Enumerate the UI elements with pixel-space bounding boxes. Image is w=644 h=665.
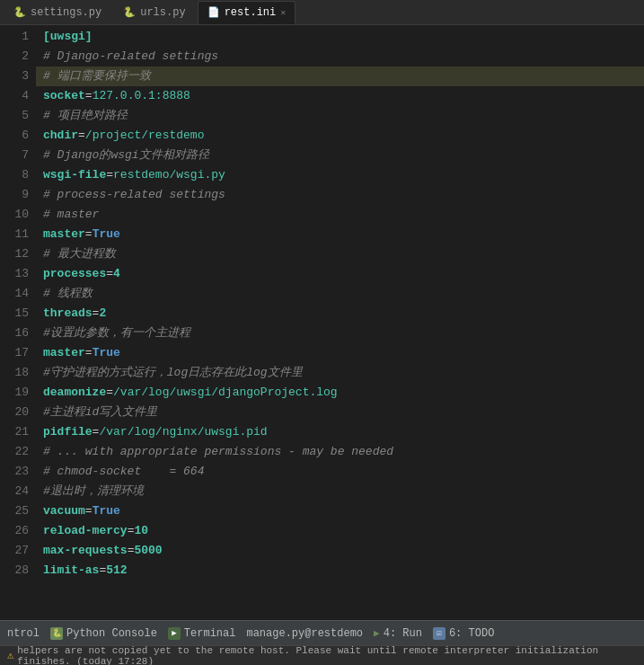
line-number-12: 12	[7, 244, 29, 264]
line-number-19: 19	[7, 383, 29, 403]
code-line-16: #设置此参数，有一个主进程	[36, 324, 644, 343]
val-token: /var/log/uwsgi/djangoProject.log	[113, 383, 338, 403]
val-token: True	[93, 225, 120, 244]
line-number-14: 14	[7, 284, 29, 304]
line-number-6: 6	[7, 126, 29, 146]
eq-token: =	[106, 264, 113, 284]
code-lines[interactable]: [uwsgi]# Django-related settings# 端口需要保持…	[36, 25, 644, 620]
code-line-22: # ... with appropriate permissions - may…	[36, 442, 644, 462]
status-bar: ⚠ helpers are not copied yet to the remo…	[0, 645, 644, 665]
code-line-27: max-requests = 5000	[36, 541, 644, 561]
tab-bar: 🐍 settings.py 🐍 urls.py 📄 rest.ini ✕	[0, 0, 644, 25]
run-icon: ▶	[374, 627, 380, 639]
val-token: /var/log/nginx/uwsgi.pid	[99, 422, 267, 442]
rest-ini-icon: 📄	[207, 6, 220, 18]
code-line-19: deamonize=/var/log/uwsgi/djangoProject.l…	[36, 383, 644, 403]
run-item[interactable]: ▶ 4: Run	[374, 627, 422, 640]
todo-label: 6: TODO	[449, 627, 494, 640]
line-number-28: 28	[7, 561, 29, 581]
val-token: /project/restdemo	[85, 126, 205, 146]
manage-item[interactable]: manage.py@restdemo	[246, 627, 363, 640]
tab-urls-py[interactable]: 🐍 urls.py	[113, 1, 195, 24]
code-line-23: # chmod-socket = 664	[36, 462, 644, 482]
python-console-item[interactable]: 🐍 Python Console	[50, 627, 157, 640]
val-token: 512	[106, 561, 127, 581]
eq-token: =	[93, 304, 100, 324]
code-line-14: # 线程数	[36, 284, 644, 304]
line-number-10: 10	[7, 205, 29, 225]
line-number-13: 13	[7, 264, 29, 284]
comment-token: #主进程id写入文件里	[43, 403, 157, 422]
line-number-9: 9	[7, 185, 29, 205]
key-token: chdir	[43, 126, 78, 146]
line-number-21: 21	[7, 422, 29, 442]
tab-rest-ini-label: rest.ini	[225, 6, 277, 19]
control-item[interactable]: ntrol	[7, 627, 40, 640]
key-token: deamonize	[43, 383, 106, 403]
comment-token: # process-related settings	[43, 185, 225, 205]
code-line-26: reload-mercy = 10	[36, 521, 644, 541]
line-number-15: 15	[7, 304, 29, 324]
status-message: helpers are not copied yet to the remote…	[17, 645, 637, 666]
key-token: reload-mercy	[43, 521, 128, 541]
line-number-20: 20	[7, 403, 29, 422]
code-line-13: processes = 4	[36, 264, 644, 284]
key-token: master	[43, 343, 85, 363]
comment-token: # Django-related settings	[43, 47, 218, 66]
code-line-10: # master	[36, 205, 644, 225]
line-number-17: 17	[7, 343, 29, 363]
comment-token: #退出时，清理环境	[43, 482, 144, 501]
eq-token: =	[85, 225, 93, 244]
code-line-18: #守护进程的方式运行，log日志存在此log文件里	[36, 363, 644, 383]
code-line-17: master=True	[36, 343, 644, 363]
todo-item[interactable]: ☑ 6: TODO	[433, 627, 494, 640]
warning-icon: ⚠	[7, 649, 13, 662]
tab-rest-ini[interactable]: 📄 rest.ini ✕	[198, 1, 296, 24]
eq-token: =	[128, 521, 135, 541]
key-token: threads	[43, 304, 93, 324]
manage-label: manage.py@restdemo	[246, 627, 363, 640]
val-token: 5000	[134, 541, 162, 561]
run-label: 4: Run	[384, 627, 422, 640]
code-line-20: #主进程id写入文件里	[36, 403, 644, 422]
eq-token: =	[78, 126, 85, 146]
line-numbers: 1234567891011121314151617181920212223242…	[0, 25, 36, 620]
close-rest-ini-button[interactable]: ✕	[280, 7, 286, 18]
control-label: ntrol	[7, 627, 40, 640]
line-number-5: 5	[7, 106, 29, 126]
code-line-3: # 端口需要保持一致	[36, 66, 644, 86]
code-line-21: pidfile= /var/log/nginx/uwsgi.pid	[36, 422, 644, 442]
code-line-7: # Django的wsgi文件相对路径	[36, 146, 644, 165]
tab-settings-py[interactable]: 🐍 settings.py	[4, 1, 111, 24]
comment-token: # 线程数	[43, 284, 93, 304]
terminal-icon: ▶	[168, 627, 181, 640]
key-token: socket	[43, 86, 85, 106]
code-line-8: wsgi-file = restdemo/wsgi.py	[36, 165, 644, 185]
terminal-label: Terminal	[184, 627, 236, 640]
code-line-12: # 最大进程数	[36, 244, 644, 264]
val-token: 2	[99, 304, 106, 324]
key-token: vacuum	[43, 501, 85, 521]
val-token: restdemo/wsgi.py	[113, 165, 225, 185]
code-line-9: # process-related settings	[36, 185, 644, 205]
line-number-22: 22	[7, 442, 29, 462]
comment-token: # ... with appropriate permissions - may…	[43, 442, 393, 462]
code-line-6: chdir = /project/restdemo	[36, 126, 644, 146]
code-line-11: master = True	[36, 225, 644, 244]
terminal-item[interactable]: ▶ Terminal	[168, 627, 236, 640]
code-line-2: # Django-related settings	[36, 47, 644, 66]
line-number-23: 23	[7, 462, 29, 482]
key-token: master	[43, 225, 85, 244]
python-console-label: Python Console	[66, 627, 157, 640]
eq-token: =	[128, 541, 135, 561]
comment-token: # 最大进程数	[43, 244, 116, 264]
code-line-1: [uwsgi]	[36, 27, 644, 47]
bottom-toolbar: ntrol 🐍 Python Console ▶ Terminal manage…	[0, 620, 644, 645]
eq-token: =	[93, 422, 100, 442]
val-token: 10	[134, 521, 148, 541]
val-token: True	[93, 501, 120, 521]
line-number-18: 18	[7, 363, 29, 383]
code-line-4: socket = 127.0.0.1:8888	[36, 86, 644, 106]
code-line-24: #退出时，清理环境	[36, 482, 644, 501]
key-token: max-requests	[43, 541, 128, 561]
